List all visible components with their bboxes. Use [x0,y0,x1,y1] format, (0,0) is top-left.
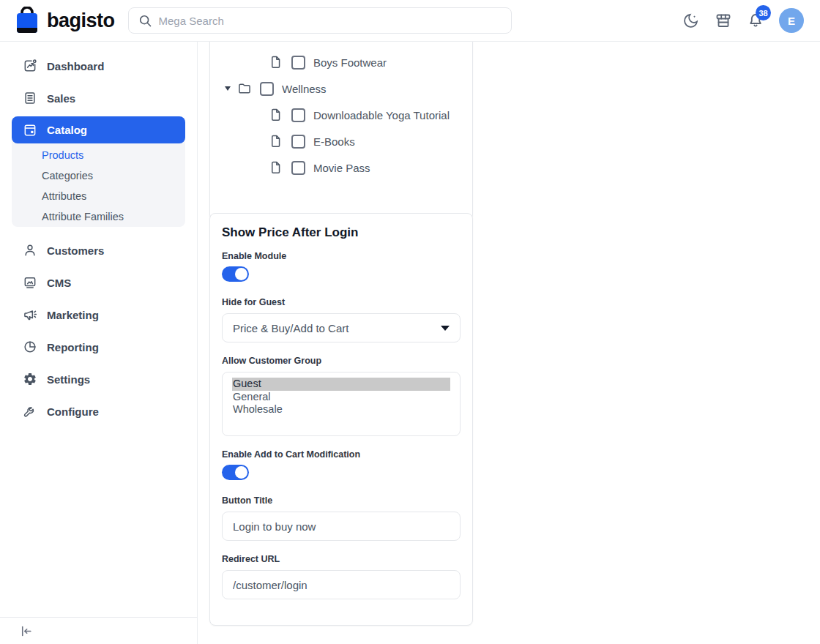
enable-module-toggle[interactable] [222,266,249,282]
sidebar-subitem-categories[interactable]: Categories [12,165,185,186]
mega-search[interactable] [128,7,512,34]
sidebar-item-dashboard[interactable]: Dashboard [0,50,197,82]
brand-logo[interactable]: bagisto [15,7,115,34]
moon-icon [682,12,700,29]
sidebar-item-label: Sales [47,92,75,105]
notifications-button[interactable]: 38 [747,12,764,29]
chevron-down-icon [441,326,450,331]
enable-add-to-cart-modification-label: Enable Add to Cart Modification [222,449,461,460]
tree-checkbox[interactable] [260,82,274,96]
top-header: bagisto 38 [0,0,820,42]
tree-label: E-Books [313,135,355,148]
button-title-label: Button Title [222,495,461,506]
enable-add-to-cart-modification-toggle[interactable] [222,465,249,480]
sidebar-subitem-products[interactable]: Products [12,145,185,165]
sidebar-item-label: Customers [47,244,104,257]
sidebar-item-label: Dashboard [47,60,104,72]
file-icon [269,108,283,122]
sidebar-item-label: Reporting [47,341,99,353]
hide-for-guest-label: Hide for Guest [222,297,461,307]
file-icon [269,134,283,149]
tree-row-downloadable-yoga-tutorial[interactable]: Downloadable Yoga Tutorial [210,102,472,128]
selected-value: Price & Buy/Add to Cart [233,322,348,334]
category-tree-card: Boys Footwear Wellness Downloadable Yoga… [209,42,473,220]
reporting-icon [23,340,37,354]
enable-module-label: Enable Module [222,251,461,261]
user-avatar[interactable]: E [779,8,804,33]
tree-row-wellness[interactable]: Wellness [210,75,472,102]
sidebar-subitem-attribute-families[interactable]: Attribute Families [12,206,185,227]
customers-icon [23,243,37,258]
search-input[interactable] [159,15,502,27]
tree-checkbox[interactable] [291,108,305,122]
show-price-after-login-panel: Show Price After Login Enable Module Hid… [209,213,473,626]
cms-icon [23,275,37,290]
redirect-url-input[interactable] [222,570,461,599]
tree-checkbox[interactable] [291,56,305,70]
search-icon [138,13,152,28]
toggle-knob [235,466,247,479]
sidebar-item-label: CMS [47,277,71,289]
tree-label: Downloadable Yoga Tutorial [313,109,450,121]
listbox-option-wholesale[interactable]: Wholesale [232,403,450,416]
marketing-icon [23,307,37,322]
collapse-sidebar-icon[interactable] [19,624,33,638]
tree-checkbox[interactable] [291,161,305,175]
listbox-option-general[interactable]: General [232,391,450,404]
sidebar-item-label: Marketing [47,309,99,321]
tree-label: Wellness [282,83,327,95]
caret-down-icon[interactable] [225,86,231,91]
file-icon [269,55,283,70]
store-icon [715,12,732,29]
tree-row-boys-footwear[interactable]: Boys Footwear [210,49,472,75]
main-content: Boys Footwear Wellness Downloadable Yoga… [198,42,820,644]
tree-checkbox[interactable] [291,135,305,149]
folder-icon [237,81,252,96]
sidebar-item-reporting[interactable]: Reporting [0,331,197,363]
notification-count-badge: 38 [756,5,771,20]
tree-label: Boys Footwear [313,56,387,69]
dashboard-icon [23,59,37,73]
catalog-icon [23,123,37,138]
toggle-knob [235,268,247,280]
listbox-option-guest[interactable]: Guest [232,378,450,391]
redirect-url-label: Redirect URL [222,554,461,564]
allow-customer-group-label: Allow Customer Group [222,356,461,366]
store-switcher[interactable] [715,12,732,29]
sidebar-item-marketing[interactable]: Marketing [0,299,197,331]
hide-for-guest-select[interactable]: Price & Buy/Add to Cart [222,313,461,342]
brand-name: bagisto [47,10,115,32]
sidebar-item-sales[interactable]: Sales [0,82,197,114]
sidebar-item-label: Settings [47,373,90,386]
bagisto-bag-icon [15,7,40,34]
sidebar-item-catalog[interactable]: Catalog [12,116,185,143]
sidebar-item-configure[interactable]: Configure [0,395,197,427]
sidebar-item-settings[interactable]: Settings [0,363,197,395]
tree-label: Movie Pass [313,162,370,174]
sidebar-item-cms[interactable]: CMS [0,266,197,299]
configure-icon [23,404,37,419]
tree-row-e-books[interactable]: E-Books [210,128,472,154]
file-icon [269,160,283,175]
sidebar-item-customers[interactable]: Customers [0,234,197,266]
sidebar-subitem-attributes[interactable]: Attributes [12,186,185,206]
dark-mode-toggle[interactable] [682,12,700,29]
sidebar-nav: Dashboard Sales Catalog P [0,42,198,644]
sales-icon [23,91,37,105]
sidebar-item-label: Catalog [47,124,87,136]
tree-row-movie-pass[interactable]: Movie Pass [210,154,472,181]
settings-icon [23,372,37,386]
button-title-input[interactable] [222,512,461,541]
catalog-submenu: Products Categories Attributes Attribute… [12,143,185,227]
allow-customer-group-listbox[interactable]: Guest General Wholesale [222,372,461,436]
panel-title: Show Price After Login [222,225,461,240]
sidebar-item-label: Configure [47,405,99,418]
sidebar-footer [0,617,197,644]
